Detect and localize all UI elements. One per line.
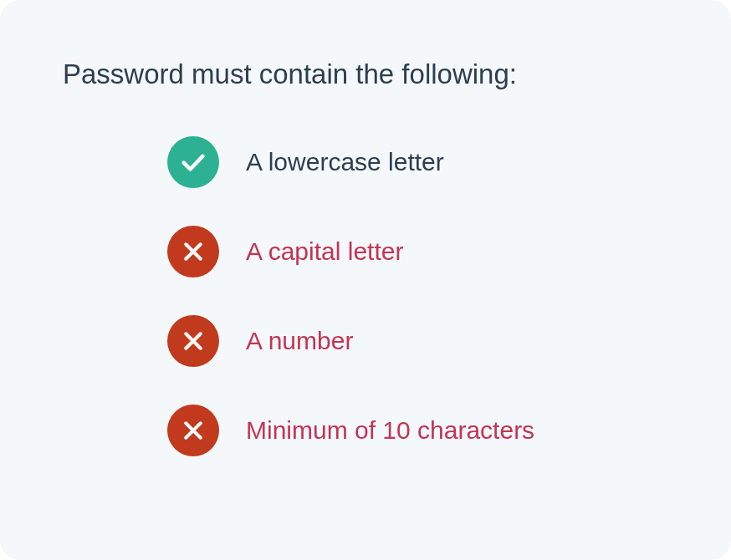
check-icon <box>167 136 219 188</box>
requirement-length: Minimum of 10 characters <box>167 405 668 456</box>
requirement-label: A lowercase letter <box>246 148 444 176</box>
cross-icon <box>167 226 219 277</box>
requirement-number: A number <box>167 315 668 367</box>
requirement-label: A capital letter <box>246 237 403 266</box>
requirement-lowercase: A lowercase letter <box>167 136 668 188</box>
password-requirements-card: Password must contain the following: A l… <box>0 0 731 560</box>
requirement-capital: A capital letter <box>167 226 668 277</box>
requirements-list: A lowercase letter A capital letter A nu… <box>63 136 668 456</box>
requirements-title: Password must contain the following: <box>63 59 668 90</box>
cross-icon <box>167 315 219 367</box>
requirement-label: Minimum of 10 characters <box>246 416 534 445</box>
requirement-label: A number <box>246 327 353 355</box>
cross-icon <box>167 405 219 456</box>
